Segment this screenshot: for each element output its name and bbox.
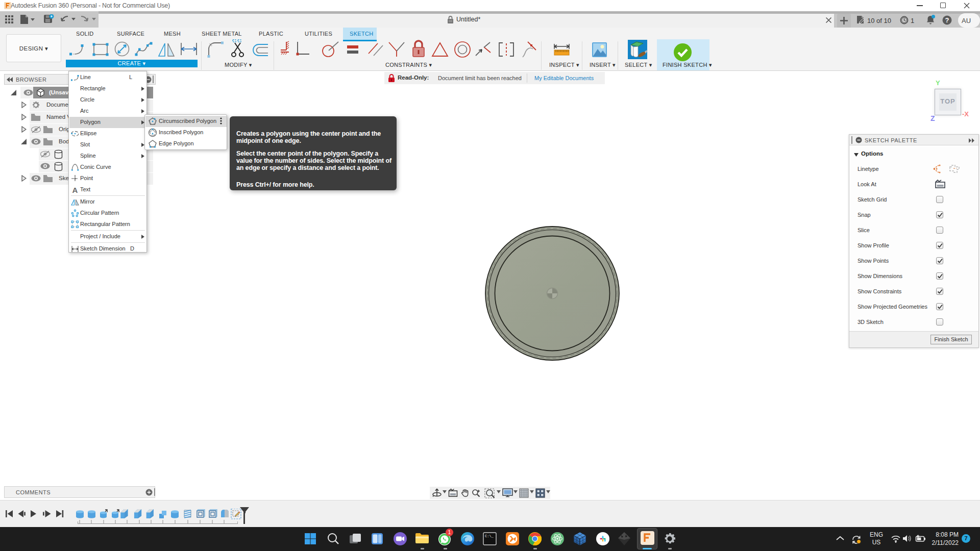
svg-text:?: ? (945, 16, 949, 24)
svg-text:A: A (72, 186, 78, 194)
svg-text:C:\_: C:\_ (485, 534, 494, 538)
